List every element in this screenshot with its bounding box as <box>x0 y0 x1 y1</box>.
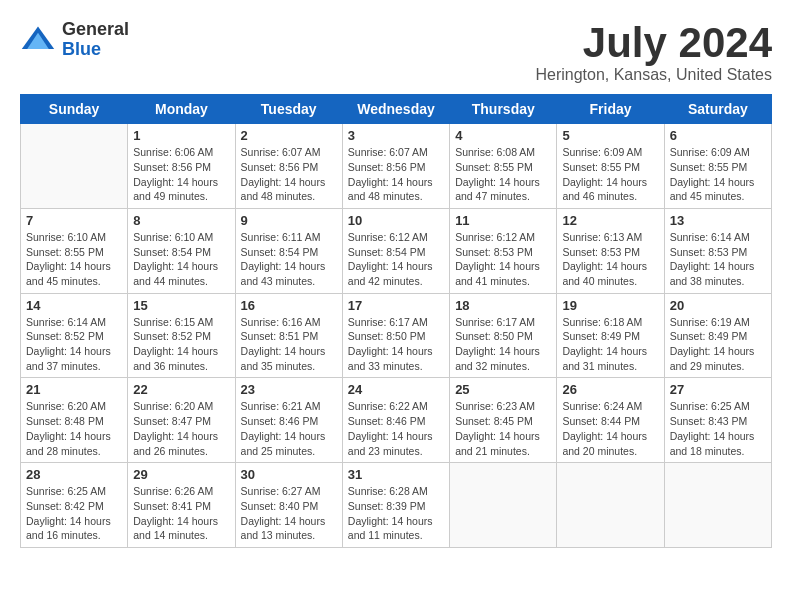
cell-info: Sunrise: 6:06 AMSunset: 8:56 PMDaylight:… <box>133 145 229 204</box>
calendar-cell <box>450 463 557 548</box>
calendar-cell: 12Sunrise: 6:13 AMSunset: 8:53 PMDayligh… <box>557 208 664 293</box>
day-number: 14 <box>26 298 122 313</box>
cell-info: Sunrise: 6:08 AMSunset: 8:55 PMDaylight:… <box>455 145 551 204</box>
calendar-cell: 6Sunrise: 6:09 AMSunset: 8:55 PMDaylight… <box>664 124 771 209</box>
main-title: July 2024 <box>535 20 772 66</box>
day-number: 21 <box>26 382 122 397</box>
day-number: 23 <box>241 382 337 397</box>
cell-info: Sunrise: 6:17 AMSunset: 8:50 PMDaylight:… <box>455 315 551 374</box>
calendar-cell: 14Sunrise: 6:14 AMSunset: 8:52 PMDayligh… <box>21 293 128 378</box>
calendar-cell: 30Sunrise: 6:27 AMSunset: 8:40 PMDayligh… <box>235 463 342 548</box>
logo-blue: Blue <box>62 40 129 60</box>
logo: General Blue <box>20 20 129 60</box>
day-number: 11 <box>455 213 551 228</box>
day-number: 28 <box>26 467 122 482</box>
cell-info: Sunrise: 6:28 AMSunset: 8:39 PMDaylight:… <box>348 484 444 543</box>
weekday-header-tuesday: Tuesday <box>235 95 342 124</box>
day-number: 20 <box>670 298 766 313</box>
calendar-cell: 5Sunrise: 6:09 AMSunset: 8:55 PMDaylight… <box>557 124 664 209</box>
calendar-cell: 7Sunrise: 6:10 AMSunset: 8:55 PMDaylight… <box>21 208 128 293</box>
weekday-header-thursday: Thursday <box>450 95 557 124</box>
calendar-cell: 28Sunrise: 6:25 AMSunset: 8:42 PMDayligh… <box>21 463 128 548</box>
day-number: 8 <box>133 213 229 228</box>
cell-info: Sunrise: 6:16 AMSunset: 8:51 PMDaylight:… <box>241 315 337 374</box>
day-number: 30 <box>241 467 337 482</box>
logo-text: General Blue <box>62 20 129 60</box>
cell-info: Sunrise: 6:10 AMSunset: 8:54 PMDaylight:… <box>133 230 229 289</box>
cell-info: Sunrise: 6:23 AMSunset: 8:45 PMDaylight:… <box>455 399 551 458</box>
day-number: 15 <box>133 298 229 313</box>
calendar-cell: 1Sunrise: 6:06 AMSunset: 8:56 PMDaylight… <box>128 124 235 209</box>
day-number: 19 <box>562 298 658 313</box>
day-number: 1 <box>133 128 229 143</box>
cell-info: Sunrise: 6:10 AMSunset: 8:55 PMDaylight:… <box>26 230 122 289</box>
weekday-header-friday: Friday <box>557 95 664 124</box>
cell-info: Sunrise: 6:18 AMSunset: 8:49 PMDaylight:… <box>562 315 658 374</box>
calendar-cell <box>557 463 664 548</box>
day-number: 16 <box>241 298 337 313</box>
calendar-cell <box>664 463 771 548</box>
calendar-cell: 19Sunrise: 6:18 AMSunset: 8:49 PMDayligh… <box>557 293 664 378</box>
cell-info: Sunrise: 6:20 AMSunset: 8:48 PMDaylight:… <box>26 399 122 458</box>
weekday-header-monday: Monday <box>128 95 235 124</box>
subtitle: Herington, Kansas, United States <box>535 66 772 84</box>
calendar-cell: 23Sunrise: 6:21 AMSunset: 8:46 PMDayligh… <box>235 378 342 463</box>
calendar-cell: 16Sunrise: 6:16 AMSunset: 8:51 PMDayligh… <box>235 293 342 378</box>
cell-info: Sunrise: 6:25 AMSunset: 8:43 PMDaylight:… <box>670 399 766 458</box>
cell-info: Sunrise: 6:07 AMSunset: 8:56 PMDaylight:… <box>241 145 337 204</box>
cell-info: Sunrise: 6:14 AMSunset: 8:52 PMDaylight:… <box>26 315 122 374</box>
calendar-cell: 10Sunrise: 6:12 AMSunset: 8:54 PMDayligh… <box>342 208 449 293</box>
cell-info: Sunrise: 6:27 AMSunset: 8:40 PMDaylight:… <box>241 484 337 543</box>
day-number: 3 <box>348 128 444 143</box>
logo-icon <box>20 22 56 58</box>
cell-info: Sunrise: 6:24 AMSunset: 8:44 PMDaylight:… <box>562 399 658 458</box>
calendar-cell: 15Sunrise: 6:15 AMSunset: 8:52 PMDayligh… <box>128 293 235 378</box>
weekday-header-sunday: Sunday <box>21 95 128 124</box>
calendar-cell: 13Sunrise: 6:14 AMSunset: 8:53 PMDayligh… <box>664 208 771 293</box>
week-row-5: 28Sunrise: 6:25 AMSunset: 8:42 PMDayligh… <box>21 463 772 548</box>
cell-info: Sunrise: 6:26 AMSunset: 8:41 PMDaylight:… <box>133 484 229 543</box>
calendar-cell: 21Sunrise: 6:20 AMSunset: 8:48 PMDayligh… <box>21 378 128 463</box>
day-number: 4 <box>455 128 551 143</box>
day-number: 24 <box>348 382 444 397</box>
cell-info: Sunrise: 6:14 AMSunset: 8:53 PMDaylight:… <box>670 230 766 289</box>
cell-info: Sunrise: 6:09 AMSunset: 8:55 PMDaylight:… <box>670 145 766 204</box>
day-number: 7 <box>26 213 122 228</box>
calendar-cell: 31Sunrise: 6:28 AMSunset: 8:39 PMDayligh… <box>342 463 449 548</box>
cell-info: Sunrise: 6:12 AMSunset: 8:54 PMDaylight:… <box>348 230 444 289</box>
day-number: 26 <box>562 382 658 397</box>
day-number: 9 <box>241 213 337 228</box>
week-row-1: 1Sunrise: 6:06 AMSunset: 8:56 PMDaylight… <box>21 124 772 209</box>
calendar-cell: 4Sunrise: 6:08 AMSunset: 8:55 PMDaylight… <box>450 124 557 209</box>
day-number: 29 <box>133 467 229 482</box>
calendar-cell: 18Sunrise: 6:17 AMSunset: 8:50 PMDayligh… <box>450 293 557 378</box>
calendar-cell: 2Sunrise: 6:07 AMSunset: 8:56 PMDaylight… <box>235 124 342 209</box>
day-number: 27 <box>670 382 766 397</box>
day-number: 13 <box>670 213 766 228</box>
calendar-cell: 24Sunrise: 6:22 AMSunset: 8:46 PMDayligh… <box>342 378 449 463</box>
calendar-cell: 25Sunrise: 6:23 AMSunset: 8:45 PMDayligh… <box>450 378 557 463</box>
week-row-2: 7Sunrise: 6:10 AMSunset: 8:55 PMDaylight… <box>21 208 772 293</box>
calendar-cell: 26Sunrise: 6:24 AMSunset: 8:44 PMDayligh… <box>557 378 664 463</box>
cell-info: Sunrise: 6:17 AMSunset: 8:50 PMDaylight:… <box>348 315 444 374</box>
day-number: 17 <box>348 298 444 313</box>
header: General Blue July 2024 Herington, Kansas… <box>20 20 772 84</box>
calendar-cell: 20Sunrise: 6:19 AMSunset: 8:49 PMDayligh… <box>664 293 771 378</box>
cell-info: Sunrise: 6:11 AMSunset: 8:54 PMDaylight:… <box>241 230 337 289</box>
weekday-header-wednesday: Wednesday <box>342 95 449 124</box>
day-number: 10 <box>348 213 444 228</box>
title-area: July 2024 Herington, Kansas, United Stat… <box>535 20 772 84</box>
day-number: 31 <box>348 467 444 482</box>
weekday-header-saturday: Saturday <box>664 95 771 124</box>
cell-info: Sunrise: 6:22 AMSunset: 8:46 PMDaylight:… <box>348 399 444 458</box>
day-number: 5 <box>562 128 658 143</box>
cell-info: Sunrise: 6:21 AMSunset: 8:46 PMDaylight:… <box>241 399 337 458</box>
cell-info: Sunrise: 6:19 AMSunset: 8:49 PMDaylight:… <box>670 315 766 374</box>
day-number: 22 <box>133 382 229 397</box>
cell-info: Sunrise: 6:25 AMSunset: 8:42 PMDaylight:… <box>26 484 122 543</box>
day-number: 25 <box>455 382 551 397</box>
calendar-cell: 9Sunrise: 6:11 AMSunset: 8:54 PMDaylight… <box>235 208 342 293</box>
calendar-cell: 8Sunrise: 6:10 AMSunset: 8:54 PMDaylight… <box>128 208 235 293</box>
calendar-cell: 22Sunrise: 6:20 AMSunset: 8:47 PMDayligh… <box>128 378 235 463</box>
calendar-cell: 11Sunrise: 6:12 AMSunset: 8:53 PMDayligh… <box>450 208 557 293</box>
